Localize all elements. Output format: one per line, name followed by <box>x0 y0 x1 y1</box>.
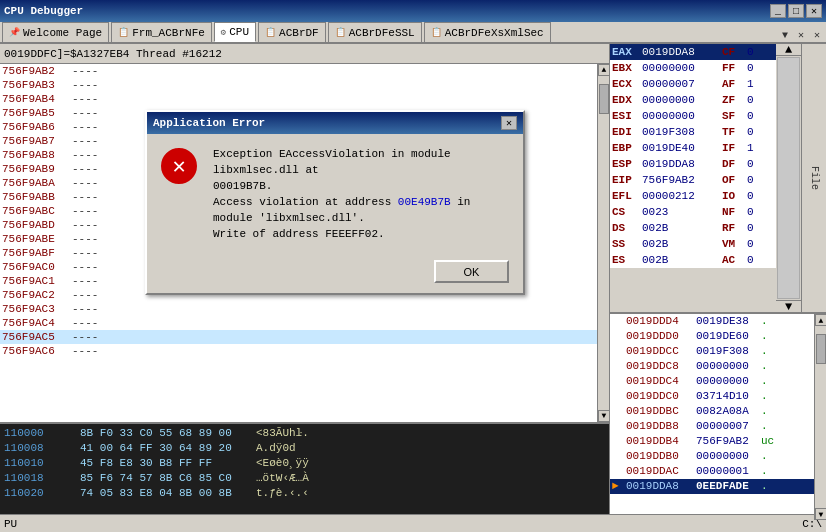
error-line2: 00019B7B. <box>213 180 272 192</box>
dialog-message: Exception EAccessViolation in module lib… <box>213 146 509 242</box>
error-line1: Exception EAccessViolation in module lib… <box>213 148 451 176</box>
dialog-close-button[interactable]: ✕ <box>501 116 517 130</box>
ok-button[interactable]: OK <box>434 260 509 283</box>
error-line3: Access violation at address 00E49B7B in … <box>213 196 470 224</box>
dialog-title-text: Application Error <box>153 117 501 129</box>
dialog-body: ✕ Exception EAccessViolation in module l… <box>147 134 523 254</box>
dialog-title-bar: Application Error ✕ <box>147 112 523 134</box>
error-icon: ✕ <box>161 148 197 184</box>
dialog-footer: OK <box>147 254 523 293</box>
error-icon-container: ✕ <box>161 148 201 188</box>
application-error-dialog: Application Error ✕ ✕ Exception EAccessV… <box>145 110 525 295</box>
modal-overlay: Application Error ✕ ✕ Exception EAccessV… <box>0 0 826 532</box>
error-address-highlight: 00E49B7B <box>398 196 451 208</box>
error-line4: Write of address FEEEFF02. <box>213 228 385 240</box>
